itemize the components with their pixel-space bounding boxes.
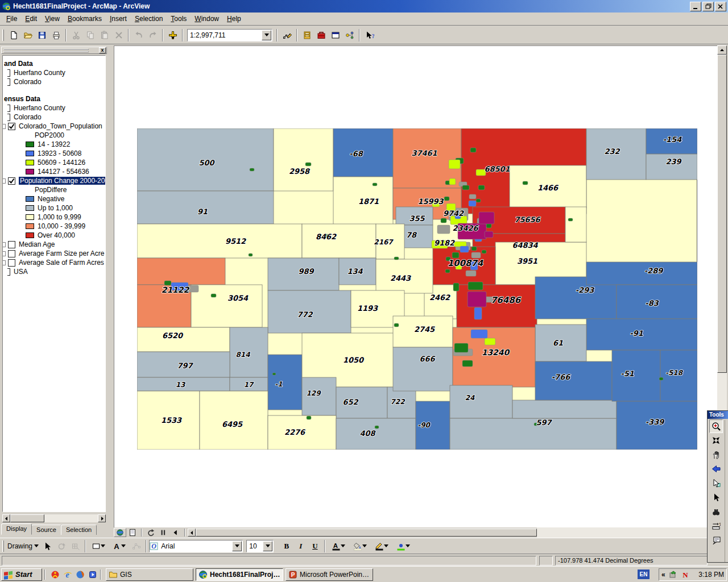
task-microsoft-powerpoint-[interactable]: PMicrosoft PowerPoint - [... xyxy=(286,568,373,581)
task-hecht1681finalprojec-[interactable]: Hecht1681FinalProjec... xyxy=(196,568,283,581)
town-polygon[interactable] xyxy=(441,218,446,223)
county-region[interactable] xyxy=(137,224,302,258)
layer-checkbox[interactable] xyxy=(7,268,10,276)
town-polygon[interactable] xyxy=(471,247,477,251)
font-size-value[interactable]: 10 xyxy=(247,542,263,550)
town-polygon[interactable] xyxy=(454,242,466,247)
arccatalog-button[interactable] xyxy=(300,28,314,42)
minimize-button[interactable] xyxy=(690,2,701,11)
town-polygon[interactable] xyxy=(375,426,379,429)
county-region[interactable] xyxy=(137,258,225,285)
data-view-button[interactable] xyxy=(114,528,126,537)
town-polygon[interactable] xyxy=(452,252,459,258)
map-horizontal-scrollbar[interactable] xyxy=(114,527,717,538)
media-quicklaunch-icon[interactable] xyxy=(88,569,98,580)
layer-label[interactable]: Average Farm Size per Acre xyxy=(19,250,105,257)
county-region[interactable] xyxy=(512,400,617,418)
start-button[interactable]: Start xyxy=(1,568,42,581)
layer-label[interactable]: Population Change 2000-2007 xyxy=(19,177,106,185)
menu-view[interactable]: View xyxy=(41,14,64,24)
measure-tool[interactable]: ? xyxy=(709,519,723,533)
close-button[interactable] xyxy=(715,2,726,11)
fill-color-button[interactable] xyxy=(349,539,371,553)
town-polygon[interactable] xyxy=(479,212,494,224)
layer-label[interactable]: Colorado xyxy=(14,78,42,86)
menu-insert[interactable]: Insert xyxy=(106,14,131,24)
menu-file[interactable]: File xyxy=(2,14,21,24)
modelbuilder-button[interactable] xyxy=(342,28,357,42)
italic-button[interactable]: I xyxy=(293,539,308,553)
town-polygon[interactable] xyxy=(466,271,476,276)
menu-tools[interactable]: Tools xyxy=(167,14,191,24)
town-polygon[interactable] xyxy=(249,253,253,256)
marker-color-button[interactable] xyxy=(392,539,414,553)
layer-label[interactable]: USA xyxy=(14,268,28,276)
layer-label[interactable]: Huerfano County xyxy=(14,104,65,112)
scroll-left-arrow[interactable] xyxy=(2,514,10,522)
layer-checkbox[interactable] xyxy=(7,105,10,112)
layer-label[interactable]: Colorado_Town_Population xyxy=(19,122,102,130)
town-polygon[interactable] xyxy=(485,231,493,238)
tray-norton-icon[interactable]: N xyxy=(680,569,690,580)
expander-icon[interactable] xyxy=(3,178,6,184)
scroll-left-button[interactable] xyxy=(169,528,182,537)
expander-icon[interactable] xyxy=(3,124,6,129)
drawbar-grip[interactable] xyxy=(2,541,4,552)
county-region[interactable] xyxy=(191,285,262,327)
select-elements-tool[interactable] xyxy=(709,490,723,504)
data-frame-name[interactable]: ensus Data xyxy=(4,95,40,103)
underline-button[interactable]: U xyxy=(308,539,322,553)
town-polygon[interactable] xyxy=(659,377,663,380)
county-region[interactable] xyxy=(336,418,416,450)
county-region[interactable] xyxy=(535,361,612,400)
aim-quicklaunch-icon[interactable] xyxy=(50,569,60,580)
town-polygon[interactable] xyxy=(444,197,449,201)
tab-source[interactable]: Source xyxy=(31,525,61,535)
toc-close-icon[interactable]: x xyxy=(99,47,106,53)
ie-quicklaunch-icon[interactable]: e xyxy=(63,569,73,580)
town-polygon[interactable] xyxy=(469,194,476,199)
refresh-button[interactable] xyxy=(144,528,157,537)
pan-tool[interactable] xyxy=(709,448,723,462)
layer-label[interactable]: Average Sale of Farm Acres xyxy=(19,259,104,267)
colorado-map[interactable]: 5002958-68187137461685011466232-15423991… xyxy=(137,128,697,450)
find-tool[interactable] xyxy=(709,505,723,518)
county-region[interactable] xyxy=(453,327,535,387)
county-region[interactable] xyxy=(274,128,333,191)
menu-bookmarks[interactable]: Bookmarks xyxy=(64,14,106,24)
town-polygon[interactable] xyxy=(468,282,483,290)
town-polygon[interactable] xyxy=(460,246,469,252)
layer-label[interactable]: Colorado xyxy=(14,113,42,121)
select-features-tool[interactable] xyxy=(709,476,723,490)
town-polygon[interactable] xyxy=(394,257,399,260)
layout-view-button[interactable] xyxy=(126,528,139,537)
firefox-quicklaunch-icon[interactable] xyxy=(75,569,85,580)
expander-icon[interactable] xyxy=(3,251,6,256)
town-polygon[interactable] xyxy=(445,269,450,273)
town-polygon[interactable] xyxy=(250,168,254,171)
map-scroll-up-arrow[interactable] xyxy=(717,45,727,55)
font-combo[interactable]: OArial xyxy=(149,540,243,552)
town-polygon[interactable] xyxy=(305,163,311,166)
county-region[interactable] xyxy=(450,418,617,450)
map-scroll-left-arrow[interactable] xyxy=(188,529,196,537)
menu-selection[interactable]: Selection xyxy=(131,14,167,24)
town-polygon[interactable] xyxy=(485,338,495,345)
expander-icon[interactable] xyxy=(3,260,6,265)
zoom-in-tool[interactable] xyxy=(709,419,723,433)
county-region[interactable] xyxy=(612,350,660,401)
town-polygon[interactable] xyxy=(437,225,450,234)
help-button[interactable]: ? xyxy=(362,28,377,42)
scale-value[interactable]: 1:2,997,711 xyxy=(188,31,262,39)
toolbar-grip[interactable] xyxy=(2,30,4,41)
layer-checkbox[interactable] xyxy=(8,241,15,248)
town-polygon[interactable] xyxy=(449,178,456,185)
fixed-zoom-tool[interactable] xyxy=(709,434,723,447)
print-button[interactable] xyxy=(49,28,63,42)
font-name[interactable]: Arial xyxy=(159,542,232,550)
font-size-combo[interactable]: 10 xyxy=(246,540,274,552)
back-tool[interactable] xyxy=(709,462,723,476)
layer-checkbox[interactable] xyxy=(8,123,15,130)
open-button[interactable] xyxy=(20,28,35,42)
town-polygon[interactable] xyxy=(164,281,171,285)
